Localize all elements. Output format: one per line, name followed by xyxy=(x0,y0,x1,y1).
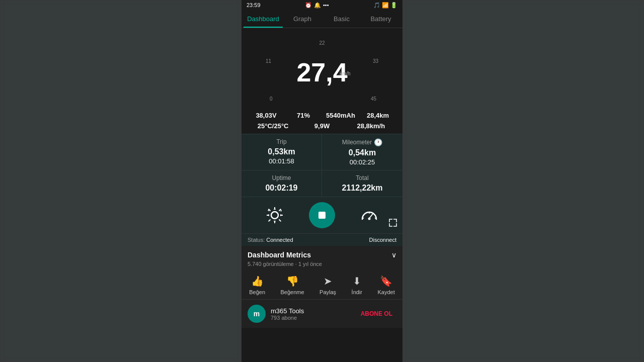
yt-actions-bar: 👍 Beğen 👎 Beğenme ➤ Paylaş ⬇ İndir 🔖 Kay… xyxy=(242,271,403,300)
status-bottom-bar: Status: Connected Disconnect xyxy=(242,233,403,246)
status-bar: 23:59 ⏰ 🔔 ••• 🎵 📶 🔋 xyxy=(242,0,403,10)
total-label: Total xyxy=(328,174,396,182)
history-icon[interactable]: 🕐 xyxy=(374,138,382,146)
channel-avatar: m xyxy=(248,305,266,323)
thumbs-down-icon: 👎 xyxy=(286,275,299,287)
yt-title-bar: Dashboard Metrics ∨ xyxy=(242,246,403,261)
mileometer-distance: 0,54km xyxy=(328,148,396,157)
scale-max: 45 xyxy=(371,96,376,102)
stop-icon xyxy=(316,210,328,221)
stat-power: 9,9W xyxy=(298,122,345,130)
speedometer: 0 11 22 33 45 27,4 km/h xyxy=(262,33,382,104)
stop-button[interactable] xyxy=(309,202,335,228)
yt-share-btn[interactable]: ➤ Paylaş xyxy=(319,275,336,295)
stat-speed2: 28,8km/h xyxy=(348,122,394,130)
save-icon: 🔖 xyxy=(380,275,392,287)
channel-details: m365 Tools 793 abone xyxy=(271,307,304,321)
yt-dislike-btn[interactable]: 👎 Beğenme xyxy=(281,275,304,295)
svg-line-53 xyxy=(269,220,271,222)
uptime-col: Uptime 00:02:19 xyxy=(242,170,322,197)
svg-point-46 xyxy=(271,212,278,219)
speed-unit: km/h xyxy=(340,71,351,76)
status-time: 23:59 xyxy=(247,2,261,8)
yt-chevron-icon[interactable]: ∨ xyxy=(391,251,396,259)
scale-33: 33 xyxy=(373,58,378,64)
total-col: Total 2112,22km xyxy=(322,170,403,197)
download-icon: ⬇ xyxy=(353,275,361,287)
tab-bar: Dashboard Graph Basic Battery xyxy=(242,10,403,28)
tab-graph[interactable]: Graph xyxy=(283,10,322,28)
left-blur xyxy=(0,0,242,362)
speedometer-icon xyxy=(360,206,378,224)
thumbs-up-icon: 👍 xyxy=(251,275,264,287)
yt-dislike-label: Beğenme xyxy=(281,289,304,295)
uptime-value: 00:02:19 xyxy=(248,184,315,193)
expand-icon xyxy=(388,218,397,227)
status-center-icons: ⏰ 🔔 ••• xyxy=(305,2,329,9)
stat-distance: 28,4km xyxy=(361,112,394,119)
settings-btn[interactable] xyxy=(263,203,287,227)
stats-grid-row1: 38,03V 71% 5540mAh 28,4km xyxy=(242,108,403,122)
yt-save-btn[interactable]: 🔖 Kaydet xyxy=(377,275,394,295)
tab-dashboard[interactable]: Dashboard xyxy=(244,10,283,28)
trip-distance: 0,53km xyxy=(248,147,315,156)
trip-section: Trip 0,53km 00:01:58 Mileometer 🕐 0,54km… xyxy=(242,134,403,170)
scale-22: 22 xyxy=(319,40,325,46)
yt-meta: 5.740 görüntüleme · 1 yıl önce xyxy=(242,261,403,271)
channel-subs: 793 abone xyxy=(271,315,304,321)
status-right-icons: 🎵 📶 🔋 xyxy=(373,2,397,9)
mileometer-col: Mileometer 🕐 0,54km 00:02:25 xyxy=(322,134,403,170)
stat-capacity: 5540mAh xyxy=(324,112,357,119)
subscribe-button[interactable]: ABONE OL xyxy=(357,307,396,320)
stat-temp: 25°C/25°C xyxy=(250,122,296,130)
svg-rect-55 xyxy=(318,212,326,219)
connection-status: Status: Connected xyxy=(248,237,293,243)
stat-battery: 71% xyxy=(287,112,320,119)
expand-btn[interactable] xyxy=(388,218,397,229)
right-blur xyxy=(403,0,644,362)
speedometer-btn[interactable] xyxy=(357,203,381,227)
share-icon: ➤ xyxy=(324,275,332,287)
yt-share-label: Paylaş xyxy=(319,289,336,295)
youtube-section: Dashboard Metrics ∨ 5.740 görüntüleme · … xyxy=(242,246,403,328)
trip-col: Trip 0,53km 00:01:58 xyxy=(242,134,322,170)
stats-grid-row2: 25°C/25°C 9,9W 28,8km/h xyxy=(242,122,403,134)
stat-voltage: 38,03V xyxy=(250,112,283,119)
trip-label: Trip xyxy=(248,138,315,145)
uptime-section: Uptime 00:02:19 Total 2112,22km xyxy=(242,170,403,197)
tab-battery[interactable]: Battery xyxy=(361,10,400,28)
trip-time: 00:01:58 xyxy=(248,157,315,165)
mileometer-label: Mileometer 🕐 xyxy=(328,138,396,146)
uptime-label: Uptime xyxy=(248,174,315,182)
total-value: 2112,22km xyxy=(328,184,396,193)
yt-save-label: Kaydet xyxy=(377,289,394,295)
disconnect-button[interactable]: Disconnect xyxy=(369,237,396,243)
yt-video-title: Dashboard Metrics xyxy=(248,251,311,259)
channel-name: m365 Tools xyxy=(271,307,304,315)
yt-like-label: Beğen xyxy=(249,289,265,295)
settings-icon xyxy=(266,206,284,224)
svg-line-54 xyxy=(279,220,281,222)
speed-display: 27,4 km/h xyxy=(296,59,347,85)
speedometer-section: 0 11 22 33 45 27,4 km/h xyxy=(242,28,403,108)
tab-basic[interactable]: Basic xyxy=(322,10,361,28)
yt-like-btn[interactable]: 👍 Beğen xyxy=(249,275,265,295)
yt-download-label: İndir xyxy=(352,289,362,295)
svg-point-57 xyxy=(368,218,371,220)
svg-line-56 xyxy=(369,213,373,218)
phone-screen: 23:59 ⏰ 🔔 ••• 🎵 📶 🔋 Dashboard Graph Basi… xyxy=(242,0,403,362)
channel-row: m m365 Tools 793 abone ABONE OL xyxy=(242,300,403,328)
mileometer-time: 00:02:25 xyxy=(328,158,396,166)
scale-11: 11 xyxy=(266,58,271,64)
yt-download-btn[interactable]: ⬇ İndir xyxy=(352,275,362,295)
action-row xyxy=(242,197,403,233)
channel-info-left: m m365 Tools 793 abone xyxy=(248,305,304,323)
scale-min: 0 xyxy=(270,96,273,102)
